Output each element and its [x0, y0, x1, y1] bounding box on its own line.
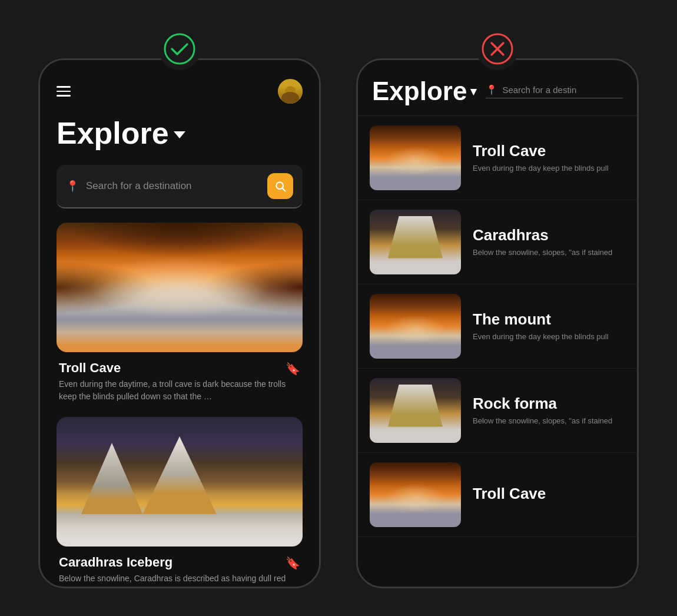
list-item-info: Troll Cave Even during the day keep the …: [473, 142, 625, 174]
list-item-info: Caradhras Below the snowline, slopes, "a…: [473, 226, 625, 259]
list-item-thumbnail: [370, 125, 461, 190]
list-item[interactable]: Caradhras Below the snowline, slopes, "a…: [358, 200, 637, 284]
card-info: Troll Cave 🔖 Even during the daytime, a …: [57, 352, 303, 403]
location-pin-icon: 📍: [486, 84, 497, 95]
list-item-thumbnail: [370, 210, 461, 274]
list-item[interactable]: Troll Cave Even during the day keep the …: [358, 116, 637, 200]
location-pin-icon: 📍: [66, 180, 79, 193]
search-button[interactable]: [267, 173, 293, 199]
list-item-desc: Even during the day keep the blinds pull: [473, 163, 625, 174]
page-title: Explore: [57, 115, 303, 151]
list-item-info: Troll Cave: [473, 485, 625, 505]
list-item-info: Rock forma Below the snowline, slopes, "…: [473, 395, 625, 427]
svg-line-2: [283, 188, 286, 191]
chevron-down-icon: ▾: [470, 84, 476, 98]
right-search-area[interactable]: 📍 Search for a destin: [486, 84, 623, 98]
right-search-text[interactable]: Search for a destin: [502, 85, 576, 95]
list-item-desc: Even during the day keep the blinds pull: [473, 331, 625, 343]
destination-card[interactable]: Caradhras Iceberg 🔖 Below the snowline, …: [57, 417, 303, 587]
check-badge: [158, 28, 201, 70]
list-item-desc: Below the snowline, slopes, "as if stain…: [473, 415, 625, 427]
right-phone-frame: Explore ▾ 📍 Search for a destin Troll Ca…: [356, 58, 639, 588]
bookmark-icon[interactable]: 🔖: [286, 362, 300, 376]
list-item-title: Rock forma: [473, 395, 625, 413]
destination-card[interactable]: Troll Cave 🔖 Even during the daytime, a …: [57, 223, 303, 403]
card-image-troll-cave: [57, 223, 303, 352]
card-description: Below the snowline, Caradhras is describ…: [59, 572, 300, 587]
left-phone-frame: Explore 📍 Search for a destination: [38, 58, 321, 588]
right-list: Troll Cave Even during the day keep the …: [358, 116, 637, 587]
list-item-thumbnail: [370, 378, 461, 443]
list-item-thumbnail: [370, 294, 461, 359]
list-item[interactable]: Rock forma Below the snowline, slopes, "…: [358, 369, 637, 453]
svg-point-0: [165, 34, 194, 64]
card-description: Even during the daytime, a troll cave is…: [59, 378, 300, 403]
list-item-title: Caradhras: [473, 226, 625, 244]
bookmark-icon[interactable]: 🔖: [286, 556, 300, 570]
list-item-desc: Below the snowline, slopes, "as if stain…: [473, 247, 625, 259]
list-item[interactable]: Troll Cave: [358, 453, 637, 537]
right-page-title: Explore ▾: [372, 77, 476, 106]
menu-icon[interactable]: [57, 86, 71, 97]
chevron-down-icon[interactable]: [174, 131, 185, 138]
list-item-title: The mount: [473, 310, 625, 329]
list-item[interactable]: The mount Even during the day keep the b…: [358, 284, 637, 369]
cross-badge: [476, 28, 519, 70]
card-title: Caradhras Iceberg: [59, 555, 172, 570]
right-phone-wrapper: Explore ▾ 📍 Search for a destin Troll Ca…: [356, 28, 639, 588]
card-image-caradhras: [57, 417, 303, 547]
left-phone-wrapper: Explore 📍 Search for a destination: [38, 28, 321, 588]
list-item-title: Troll Cave: [473, 485, 625, 503]
list-item-thumbnail: [370, 462, 461, 527]
search-input[interactable]: Search for a destination: [86, 180, 260, 192]
avatar[interactable]: [278, 79, 303, 104]
list-item-info: The mount Even during the day keep the b…: [473, 310, 625, 343]
list-item-title: Troll Cave: [473, 142, 625, 160]
search-bar[interactable]: 📍 Search for a destination: [57, 165, 303, 208]
card-title: Troll Cave: [59, 360, 121, 376]
card-info: Caradhras Iceberg 🔖 Below the snowline, …: [57, 547, 303, 587]
explore-title-section: Explore: [40, 111, 319, 165]
destination-list: Troll Cave 🔖 Even during the daytime, a …: [40, 223, 319, 587]
